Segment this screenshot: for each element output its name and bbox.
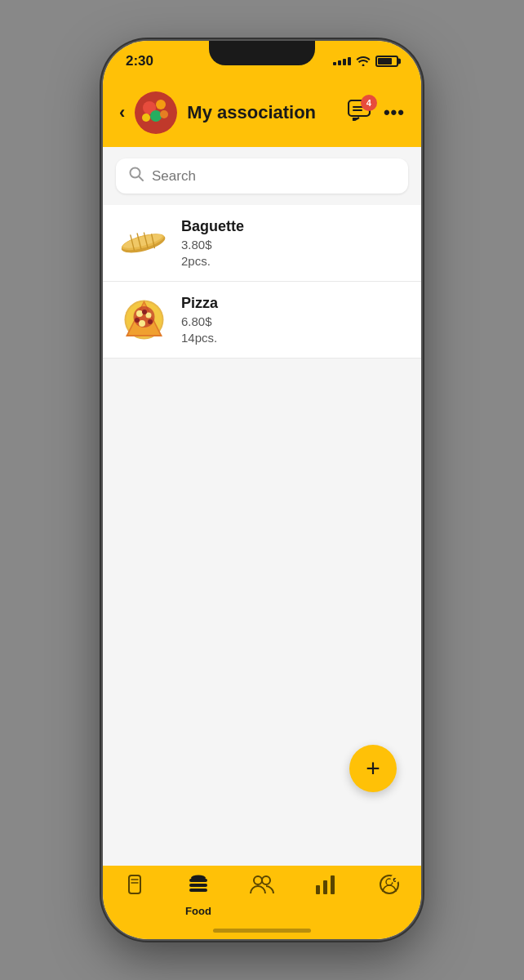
item-image-pizza [119,300,168,341]
notification-badge: 4 [361,95,377,111]
content-area: Baguette 3.80$ 2pcs. [103,147,421,866]
header-right: 4 ••• [348,100,405,127]
battery-icon [375,56,398,67]
app-header: ‹ My association [103,82,421,147]
status-time: 2:30 [126,53,153,69]
nav-item-people[interactable] [230,874,294,900]
phone-wrapper: 2:30 [0,0,524,980]
back-button[interactable]: ‹ [119,102,125,123]
svg-point-28 [148,319,153,324]
svg-point-2 [156,100,166,109]
item-name: Pizza [181,295,218,312]
svg-rect-34 [189,889,207,892]
status-bar: 2:30 [103,41,421,82]
signal-dots-icon [333,57,351,65]
wifi-icon [356,55,371,69]
svg-point-23 [136,310,143,317]
svg-point-3 [150,110,162,122]
svg-point-26 [142,310,147,314]
svg-point-25 [139,320,145,327]
add-item-button[interactable]: + [349,745,397,792]
more-options-button[interactable]: ••• [384,102,405,123]
phone-screen: 2:30 [103,41,421,939]
search-container [103,147,421,205]
svg-point-37 [262,876,270,884]
search-bar[interactable] [116,158,408,194]
svg-rect-38 [316,885,320,894]
bottom-nav: Food [103,866,421,939]
svg-rect-39 [323,880,327,894]
svg-rect-40 [331,875,335,894]
svg-point-4 [142,114,150,122]
battery-fill [378,58,392,65]
nav-item-food[interactable]: Food [167,874,230,917]
item-image-baguette [119,223,168,264]
item-price: 6.80$ [181,314,218,328]
nav-item-drinks[interactable] [103,874,167,902]
phone-frame: 2:30 [103,41,421,939]
search-icon [129,167,144,185]
avatar [135,91,177,134]
items-list: Baguette 3.80$ 2pcs. [103,205,421,359]
fab-container: + [349,745,397,792]
notch [209,41,315,65]
notification-button[interactable]: 4 [348,100,371,127]
item-price: 3.80$ [181,238,244,252]
item-info-pizza: Pizza 6.80$ 14pcs. [181,295,218,345]
svg-text:€: € [393,877,397,883]
status-icons [333,55,398,69]
stats-icon [315,874,336,900]
people-icon [250,874,274,900]
svg-line-10 [139,176,143,180]
nav-label-food: Food [185,905,211,917]
search-input[interactable] [152,168,395,185]
home-indicator [213,929,311,933]
svg-rect-33 [189,884,207,887]
header-left: ‹ My association [119,91,316,134]
svg-point-27 [135,318,140,323]
svg-point-35 [191,875,206,881]
account-icon: € [379,874,400,900]
food-icon [187,874,210,902]
list-item[interactable]: Pizza 6.80$ 14pcs. [103,282,421,359]
svg-rect-29 [129,875,140,893]
item-name: Baguette [181,218,244,235]
item-info-baguette: Baguette 3.80$ 2pcs. [181,218,244,268]
nav-item-stats[interactable] [294,874,357,900]
svg-point-5 [160,110,168,118]
drinks-icon [125,874,144,902]
item-quantity: 2pcs. [181,254,244,268]
page-title: My association [187,102,316,123]
item-quantity: 14pcs. [181,331,218,345]
svg-point-36 [254,876,262,884]
list-item[interactable]: Baguette 3.80$ 2pcs. [103,205,421,282]
nav-item-account[interactable]: € [357,874,421,900]
